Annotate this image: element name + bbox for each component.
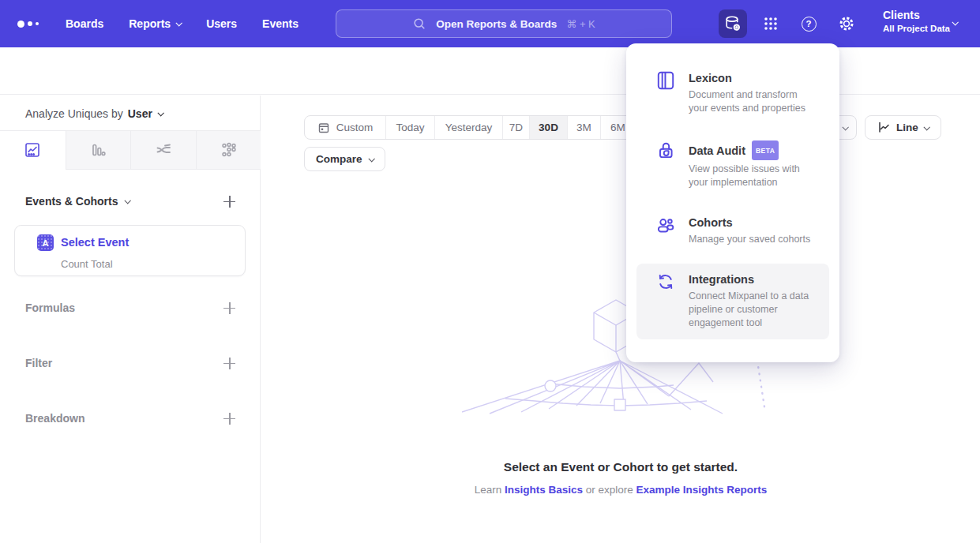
select-event-label[interactable]: Select Event <box>61 236 129 249</box>
events-cohorts-header[interactable]: Events & Cohorts <box>25 195 130 208</box>
apps-button[interactable] <box>757 0 785 47</box>
data-management-button[interactable] <box>719 9 747 38</box>
nav-item-users[interactable]: Users <box>206 17 237 30</box>
chevron-down-icon <box>368 155 374 162</box>
chevron-down-icon <box>923 124 929 130</box>
bar-chart-icon <box>89 141 107 159</box>
menu-item-cohorts[interactable]: Cohorts Manage your saved cohorts <box>636 207 829 256</box>
search-shortcut: ⌘ + K <box>566 18 595 30</box>
chevron-down-icon <box>157 110 163 116</box>
menu-item-title: Integrations <box>689 272 818 287</box>
data-management-menu: Lexicon Document and transform your even… <box>626 43 839 362</box>
chart-type-tabs <box>0 130 261 169</box>
formulas-section: Formulas <box>25 301 235 314</box>
breakdown-section: Breakdown <box>25 412 235 425</box>
formulas-header: Formulas <box>25 301 75 314</box>
filter-header: Filter <box>25 357 52 369</box>
tab-flow-chart[interactable] <box>130 131 196 170</box>
example-reports-link[interactable]: Example Insights Reports <box>636 484 768 496</box>
flow-icon <box>155 141 172 159</box>
database-gear-icon <box>723 14 742 33</box>
date-range-7d[interactable]: 7D <box>502 116 529 139</box>
date-range-custom[interactable]: Custom <box>305 116 385 139</box>
chart-type-selector[interactable]: Line <box>865 115 941 140</box>
query-sidebar: Analyze Uniques by User <box>0 95 261 543</box>
tab-bar-chart[interactable] <box>66 131 131 170</box>
empty-state-title: Select an Event or Cohort to get started… <box>261 460 980 474</box>
project-name: Clients <box>883 8 950 23</box>
insights-basics-link[interactable]: Insights Basics <box>505 484 583 496</box>
date-range-3m[interactable]: 3M <box>567 116 600 139</box>
project-selector[interactable]: Clients All Project Data <box>883 8 950 35</box>
nav-item-boards[interactable]: Boards <box>66 17 103 30</box>
compare-button[interactable]: Compare <box>304 147 385 171</box>
nav-item-events[interactable]: Events <box>262 17 299 30</box>
menu-item-data-audit[interactable]: Data Audit BETA View possible issues wit… <box>636 133 829 199</box>
integrations-sync-icon <box>655 272 676 292</box>
chart-area: Custom Today Yesterday 7D 30D 3M 6M Comp… <box>261 95 980 543</box>
analyze-value-dropdown[interactable]: User <box>128 107 163 120</box>
menu-item-description: Connect Mixpanel to a data pipeline or c… <box>689 290 818 330</box>
event-series-badge: A <box>37 234 54 251</box>
data-audit-icon <box>655 140 676 161</box>
project-chevron-icon[interactable] <box>952 19 958 25</box>
date-range-yesterday[interactable]: Yesterday <box>434 116 502 139</box>
add-breakdown-button[interactable] <box>223 413 235 425</box>
analyze-uniques-row: Analyze Uniques by User <box>25 107 163 120</box>
menu-item-title: Data Audit BETA <box>689 140 818 160</box>
date-range-30d[interactable]: 30D <box>529 116 567 139</box>
date-range-today[interactable]: Today <box>385 116 434 139</box>
mixpanel-logo[interactable] <box>17 0 39 47</box>
nav-item-reports[interactable]: Reports <box>129 17 181 30</box>
search-icon <box>412 17 426 31</box>
global-search[interactable]: Open Reports & Boards ⌘ + K <box>336 9 672 38</box>
calendar-icon <box>317 122 330 134</box>
line-chart-icon <box>877 121 891 134</box>
settings-button[interactable] <box>832 0 861 47</box>
tab-metrics[interactable] <box>196 131 261 170</box>
menu-item-integrations[interactable]: Integrations Connect Mixpanel to a data … <box>636 264 829 339</box>
cohorts-people-icon <box>655 215 676 235</box>
add-filter-button[interactable] <box>223 358 235 369</box>
chevron-down-icon <box>176 20 182 26</box>
count-total-label[interactable]: Count Total <box>61 258 113 270</box>
menu-item-title: Cohorts <box>689 215 810 230</box>
top-nav: Boards Reports Users Events Open Reports… <box>0 0 980 47</box>
filter-section: Filter <box>25 357 235 369</box>
menu-item-description: Manage your saved cohorts <box>689 233 810 246</box>
add-formula-button[interactable] <box>223 302 235 314</box>
nav-menu: Boards Reports Users Events <box>66 0 299 47</box>
empty-state-subtitle: Learn Insights Basics or explore Example… <box>261 484 980 496</box>
breakdown-header: Breakdown <box>25 412 84 425</box>
beta-badge: BETA <box>752 140 779 160</box>
line-chart-icon <box>24 141 41 159</box>
event-card[interactable]: A Select Event Count Total <box>14 225 246 276</box>
menu-item-description: Document and transform your events and p… <box>689 88 818 115</box>
scatter-metrics-icon <box>220 141 237 159</box>
chevron-down-icon <box>842 124 848 130</box>
events-cohorts-section: Events & Cohorts <box>25 195 235 208</box>
project-scope: All Project Data <box>883 23 950 35</box>
help-icon: ? <box>802 17 817 32</box>
analyze-label: Analyze Uniques by <box>25 107 123 120</box>
apps-grid-icon <box>762 15 779 32</box>
menu-item-lexicon[interactable]: Lexicon Document and transform your even… <box>636 62 829 125</box>
tab-line-chart[interactable] <box>0 131 66 170</box>
add-event-button[interactable] <box>223 196 235 208</box>
help-button[interactable]: ? <box>794 0 823 47</box>
menu-item-title: Lexicon <box>689 70 818 86</box>
chevron-down-icon <box>125 197 131 204</box>
gear-icon <box>837 14 856 33</box>
menu-item-description: View possible issues with your implement… <box>689 163 818 189</box>
lexicon-book-icon <box>655 70 676 91</box>
search-placeholder: Open Reports & Boards <box>436 18 557 30</box>
